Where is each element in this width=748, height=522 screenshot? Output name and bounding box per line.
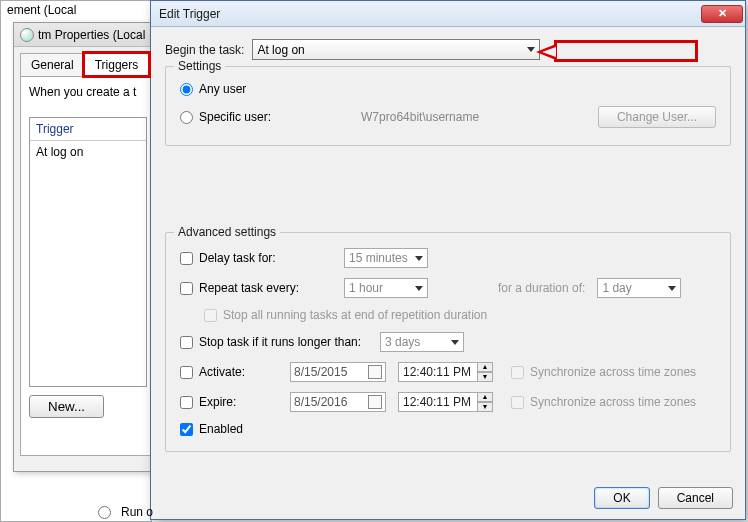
properties-window: tm Properties (Local General Triggers A … (13, 22, 163, 472)
trigger-list-item[interactable]: At log on (30, 141, 146, 163)
calendar-icon (368, 365, 382, 379)
sync-activate-checkbox (511, 366, 524, 379)
run-radio-partial: Run o (98, 505, 153, 519)
trigger-list-header: Trigger (30, 118, 146, 141)
chevron-down-icon (668, 286, 676, 291)
chevron-down-icon (415, 286, 423, 291)
expire-time[interactable]: 12:40:11 PM (398, 392, 478, 412)
chevron-down-icon (527, 47, 535, 52)
expire-time-value: 12:40:11 PM (403, 395, 471, 409)
new-button[interactable]: New... (29, 395, 104, 418)
repeat-checkbox[interactable] (180, 282, 193, 295)
stop-if-value: 3 days (385, 335, 420, 349)
specific-user-radio[interactable] (180, 111, 193, 124)
run-label: Run o (121, 505, 153, 519)
edit-titlebar: Edit Trigger ✕ (151, 1, 745, 27)
duration-value: 1 day (602, 281, 631, 295)
activate-date-value: 8/15/2015 (294, 365, 347, 379)
repeat-select[interactable]: 1 hour (344, 278, 428, 298)
sync-activate-label: Synchronize across time zones (530, 365, 696, 379)
stop-all-label: Stop all running tasks at end of repetit… (223, 308, 487, 322)
activate-time[interactable]: 12:40:11 PM (398, 362, 478, 382)
activate-checkbox[interactable] (180, 366, 193, 379)
close-button[interactable]: ✕ (701, 5, 743, 23)
tab-triggers[interactable]: Triggers (84, 53, 150, 76)
window-icon (20, 28, 34, 42)
settings-group: Settings Any user Specific user: W7pro64… (165, 66, 731, 146)
expire-checkbox[interactable] (180, 396, 193, 409)
tab-general[interactable]: General (20, 53, 85, 76)
delay-select[interactable]: 15 minutes (344, 248, 428, 268)
begin-task-value: At log on (257, 43, 304, 57)
delay-value: 15 minutes (349, 251, 408, 265)
delay-label: Delay task for: (199, 251, 276, 265)
stop-if-select[interactable]: 3 days (380, 332, 464, 352)
stop-if-label: Stop task if it runs longer than: (199, 335, 361, 349)
cancel-button[interactable]: Cancel (658, 487, 733, 509)
begin-task-select[interactable]: At log on (252, 39, 540, 60)
properties-body: When you create a t Trigger At log on Ne… (20, 76, 156, 456)
activate-date[interactable]: 8/15/2015 (290, 362, 386, 382)
edit-trigger-dialog: Edit Trigger ✕ Begin the task: At log on… (150, 0, 746, 520)
sync-expire-checkbox (511, 396, 524, 409)
duration-label: for a duration of: (498, 281, 585, 295)
enabled-label: Enabled (199, 422, 243, 436)
chevron-down-icon (451, 340, 459, 345)
delay-checkbox[interactable] (180, 252, 193, 265)
body-desc: When you create a t (29, 85, 147, 99)
activate-time-value: 12:40:11 PM (403, 365, 471, 379)
arrow-annotation (554, 40, 714, 74)
ok-button[interactable]: OK (594, 487, 649, 509)
specific-user-value: W7pro64bit\username (361, 110, 479, 124)
begin-task-label: Begin the task: (165, 43, 244, 57)
any-user-label: Any user (199, 82, 246, 96)
activate-label: Activate: (199, 365, 245, 379)
properties-title: tm Properties (Local (38, 28, 145, 42)
duration-select[interactable]: 1 day (597, 278, 681, 298)
stop-all-checkbox (204, 309, 217, 322)
expire-date-value: 8/15/2016 (294, 395, 347, 409)
specific-user-label: Specific user: (199, 110, 271, 124)
settings-group-title: Settings (174, 59, 225, 73)
repeat-label: Repeat task every: (199, 281, 299, 295)
repeat-value: 1 hour (349, 281, 383, 295)
stop-if-checkbox[interactable] (180, 336, 193, 349)
calendar-icon (368, 395, 382, 409)
edit-title: Edit Trigger (159, 7, 220, 21)
tabs-row: General Triggers A (14, 47, 162, 76)
advanced-group-title: Advanced settings (174, 225, 280, 239)
properties-titlebar: tm Properties (Local (14, 23, 162, 47)
enabled-checkbox[interactable] (180, 423, 193, 436)
spinner-icon[interactable]: ▲▼ (477, 362, 493, 382)
expire-label: Expire: (199, 395, 236, 409)
trigger-list[interactable]: Trigger At log on (29, 117, 147, 387)
advanced-group: Advanced settings Delay task for: 15 min… (165, 232, 731, 452)
chevron-down-icon (415, 256, 423, 261)
spinner-icon[interactable]: ▲▼ (477, 392, 493, 412)
change-user-button[interactable]: Change User... (598, 106, 716, 128)
any-user-radio[interactable] (180, 83, 193, 96)
bg-window-title: ement (Local (3, 1, 80, 19)
expire-date[interactable]: 8/15/2016 (290, 392, 386, 412)
sync-expire-label: Synchronize across time zones (530, 395, 696, 409)
run-radio[interactable] (98, 506, 111, 519)
